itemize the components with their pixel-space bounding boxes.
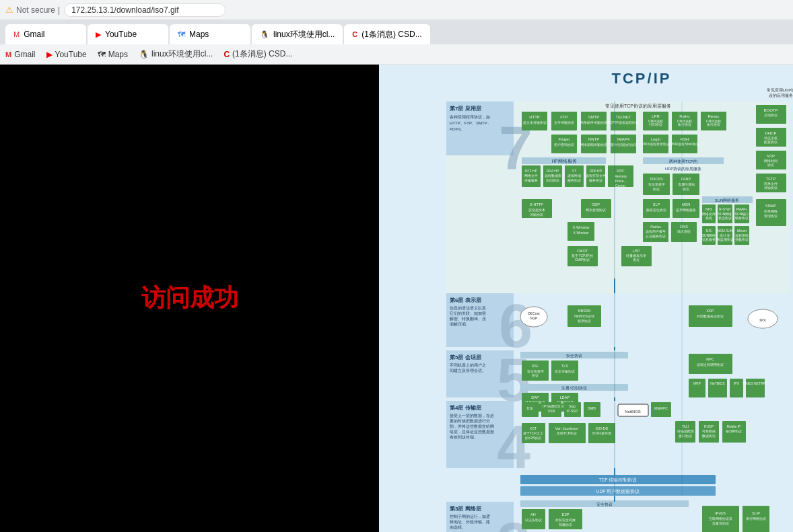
tab-youtube[interactable]: ▶ YouTube xyxy=(88,24,168,44)
svg-text:要的时候把数据进行分: 要的时候把数据进行分 xyxy=(450,419,490,423)
svg-text:GDP: GDP xyxy=(592,202,600,206)
svg-text:控制子网的运行，如逻: 控制子网的运行，如逻 xyxy=(450,515,490,519)
bookmark-csdn[interactable]: C (1条消息) CSD... xyxy=(223,48,292,60)
maps-icon: 🗺 xyxy=(178,30,185,38)
svg-text:X-Window: X-Window xyxy=(572,225,589,229)
svg-text:访问协议: 访问协议 xyxy=(546,178,559,182)
svg-text:NIS: NIS xyxy=(706,229,712,233)
svg-text:启动协议: 启动协议 xyxy=(764,113,778,117)
svg-text:两种使用TCP的: 两种使用TCP的 xyxy=(669,159,697,163)
tab-gmail[interactable]: M Gmail xyxy=(5,24,86,44)
svg-text:TCP/IP: TCP/IP xyxy=(612,70,672,87)
svg-text:管理协议: 管理协议 xyxy=(764,214,778,218)
svg-text:FANP: FANP xyxy=(681,177,691,181)
svg-text:NBSSN: NBSSN xyxy=(578,309,591,313)
tab-linux[interactable]: 🐧 linux环境使用cl... xyxy=(252,24,343,44)
bookmark-gmail[interactable]: M Gmail xyxy=(5,50,36,59)
svg-text:IPX: IPX xyxy=(734,381,740,385)
bookmark-linux-label: linux环境使用cl... xyxy=(151,48,213,60)
csdn-icon: C xyxy=(352,30,357,38)
tcpip-diagram: TCP/IP 常见应用UDP协议 设的应用服务务 第7层 应用层 各种应用程序协… xyxy=(379,65,793,532)
svg-text:Radius: Radius xyxy=(650,225,661,229)
svg-text:VT: VT xyxy=(572,169,576,173)
bookmark-maps[interactable]: 🗺 Maps xyxy=(98,50,128,59)
svg-text:POP3。: POP3。 xyxy=(450,127,464,131)
svg-text:传输服务: 传输服务 xyxy=(524,178,538,182)
svg-text:SSL: SSL xyxy=(532,364,539,368)
svg-text:远程过程调用协议: 远程过程调用协议 xyxy=(697,363,724,367)
svg-text:第3层  网络层: 第3层 网络层 xyxy=(450,506,481,512)
svg-text:SMB: SMB xyxy=(588,406,596,410)
svg-text:FTP: FTP xyxy=(560,115,567,119)
svg-text:超文本传输协议: 超文本传输协议 xyxy=(523,120,547,124)
svg-text:RPC: RPC xyxy=(617,169,625,173)
svg-text:SLP: SLP xyxy=(653,202,660,206)
svg-text:DSI: DSI xyxy=(526,406,533,410)
bookmark-linux[interactable]: 🐧 linux环境使用cl... xyxy=(139,48,213,60)
svg-text:HTTP、FTP、SMTP、: HTTP、FTP、SMTP、 xyxy=(450,121,491,125)
svg-text:辑地址、分组传输、路: 辑地址、分组传输、路 xyxy=(450,520,490,524)
svg-text:NetBIOS: NetBIOS xyxy=(625,410,641,414)
svg-text:DHCP: DHCP xyxy=(765,131,776,135)
svg-text:IPv6/6: IPv6/6 xyxy=(715,511,726,515)
svg-text:RUDP: RUDP xyxy=(704,424,714,428)
bookmark-youtube-label: YouTube xyxy=(55,50,87,59)
tab-csdn-label: (1条消息) CSD... xyxy=(361,29,421,40)
svg-text:Login: Login xyxy=(651,137,661,141)
svg-text:IPX: IPX xyxy=(759,318,766,322)
svg-text:协议: 协议 xyxy=(683,187,689,191)
svg-text:传输协议: 传输协议 xyxy=(764,186,778,190)
svg-text:安全传输协议: 安全传输协议 xyxy=(555,369,575,373)
svg-text:文件传输协议: 文件传输协议 xyxy=(554,120,574,124)
svg-text:MSN: MSN xyxy=(682,202,690,206)
svg-text:UNIX远程登录协议: UNIX远程登录协议 xyxy=(642,142,670,146)
svg-text:SSN: SSN xyxy=(548,409,555,413)
tab-csdn[interactable]: C (1条消息) CSD... xyxy=(344,24,429,44)
svg-text:执行协议: 执行协议 xyxy=(678,122,691,126)
bookmark-youtube[interactable]: ▶ YouTube xyxy=(46,50,87,59)
svg-text:Mount: Mount xyxy=(737,229,747,233)
svg-text:的X25协议: 的X25协议 xyxy=(525,436,541,440)
svg-text:数据协议: 数据协议 xyxy=(702,434,716,438)
gmail-icon: M xyxy=(13,30,20,38)
tab-maps[interactable]: 🗺 Maps xyxy=(170,24,250,44)
svg-text:NeTBIOS: NeTBIOS xyxy=(710,381,725,385)
svg-text:荷载协议: 荷载协议 xyxy=(559,523,572,527)
svg-text:执行协议: 执行协议 xyxy=(707,122,720,126)
svg-text:第4层  传输层: 第4层 传输层 xyxy=(450,405,481,411)
svg-text:SOCKS: SOCKS xyxy=(650,177,663,181)
svg-text:基于TCP之上: 基于TCP之上 xyxy=(523,431,543,435)
svg-text:TLS: TLS xyxy=(561,364,568,368)
youtube-icon: ▶ xyxy=(96,30,101,39)
bookmark-csdn-label: (1条消息) CSD... xyxy=(232,48,292,60)
svg-text:VINES NETRPC: VINES NETRPC xyxy=(743,381,768,385)
svg-text:状态协议: 状态协议 xyxy=(718,216,732,220)
svg-text:BOOTP: BOOTP xyxy=(763,108,778,112)
svg-text:UDP 用户数据报协议: UDP 用户数据报协议 xyxy=(596,489,640,494)
svg-text:服务协议: 服务协议 xyxy=(589,178,602,182)
svg-text:ISO开发环境: ISO开发环境 xyxy=(592,431,612,435)
svg-text:注册/识别协议: 注册/识别协议 xyxy=(561,385,587,390)
svg-text:NTF HP: NTF HP xyxy=(525,169,538,173)
svg-text:NNTP: NNTP xyxy=(588,137,599,141)
svg-text:简单邮件传输协议: 简单邮件传输协议 xyxy=(580,120,607,124)
url-separator: | xyxy=(58,5,60,15)
svg-text:简单网络: 简单网络 xyxy=(764,209,778,213)
svg-text:第5层  会话层: 第5层 会话层 xyxy=(450,354,481,360)
svg-text:设的应用服务务: 设的应用服务务 xyxy=(769,93,793,98)
content-area: 访问成功 TCP/IP 常见应用UDP协议 设的应用服务务 第7层 应用层 各种… xyxy=(0,65,793,532)
diagram-scroll[interactable]: TCP/IP 常见应用UDP协议 设的应用服务务 第7层 应用层 各种应用程序协… xyxy=(379,65,793,532)
svg-text:XDP: XDP xyxy=(706,309,714,313)
svg-text:第6层  表示层: 第6层 表示层 xyxy=(450,297,481,303)
svg-text:程序协议: 程序协议 xyxy=(578,319,591,323)
svg-text:Comm.: Comm. xyxy=(615,184,626,188)
svg-text:可靠数据: 可靠数据 xyxy=(702,429,716,433)
svg-text:协议: 协议 xyxy=(653,187,660,191)
svg-text:Rwho: Rwho xyxy=(679,114,690,118)
svg-text:用户查询协议: 用户查询协议 xyxy=(554,143,574,147)
svg-text:NetBIOS会话: NetBIOS会话 xyxy=(574,314,594,318)
svg-text:打印协议: 打印协议 xyxy=(648,122,662,126)
address-bar[interactable]: 172.25.13.1/download/iso7.gif xyxy=(64,3,226,17)
access-success-text: 访问成功 xyxy=(141,282,238,315)
svg-text:HTTP: HTTP xyxy=(529,115,540,119)
